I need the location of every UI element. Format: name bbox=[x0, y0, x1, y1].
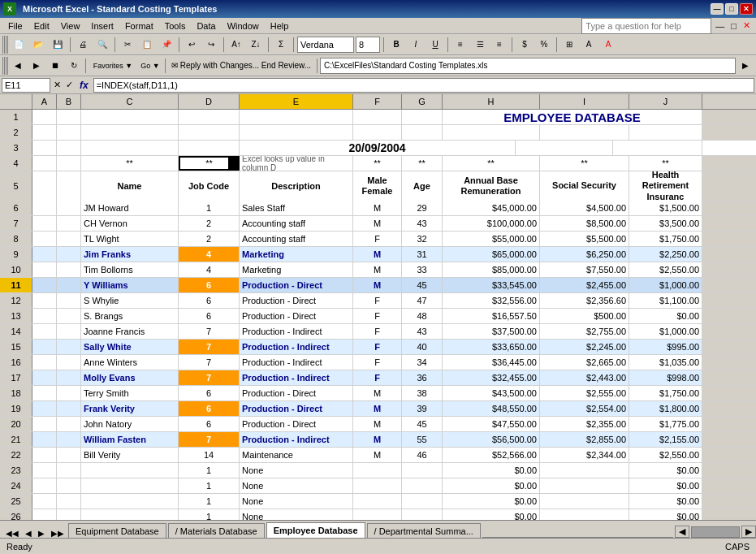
cell-social[interactable] bbox=[540, 463, 629, 478]
cell-b[interactable] bbox=[57, 201, 81, 215]
cell-age[interactable]: 29 bbox=[402, 201, 443, 215]
cell-age[interactable] bbox=[402, 463, 443, 478]
save-button[interactable]: 💾 bbox=[49, 36, 67, 54]
menu-file[interactable]: File bbox=[3, 19, 28, 32]
cell-a[interactable] bbox=[32, 201, 57, 215]
tab-equipment-database[interactable]: Equipment Database bbox=[68, 523, 166, 538]
paste-button[interactable]: 📌 bbox=[158, 36, 175, 54]
col-header-b[interactable]: B bbox=[57, 94, 81, 109]
row-num[interactable]: 6 bbox=[0, 201, 32, 215]
row-num[interactable]: 16 bbox=[0, 355, 32, 370]
col-header-g[interactable]: G bbox=[402, 94, 443, 109]
horizontal-scroll-left[interactable]: ◀ bbox=[675, 526, 689, 538]
cell-health[interactable]: $1,035.00 bbox=[629, 355, 702, 370]
tab-employee-database[interactable]: Employee Database bbox=[266, 522, 365, 538]
cell-gender[interactable]: M bbox=[353, 216, 402, 231]
cell-description[interactable]: Production - Direct bbox=[240, 401, 353, 416]
cell-annual[interactable]: $56,500.00 bbox=[443, 432, 540, 447]
cell-age[interactable]: 32 bbox=[402, 232, 443, 246]
cell-social[interactable]: $2,443.00 bbox=[540, 370, 629, 385]
cell-health[interactable]: $1,000.00 bbox=[629, 324, 702, 339]
cell-health[interactable]: $3,500.00 bbox=[629, 216, 702, 231]
cell-health[interactable]: $0.00 bbox=[629, 509, 702, 520]
menu-data[interactable]: Data bbox=[192, 19, 220, 32]
cell-age[interactable]: 40 bbox=[402, 340, 443, 354]
currency-button[interactable]: $ bbox=[516, 36, 534, 54]
cell-social[interactable] bbox=[540, 494, 629, 509]
cell-a[interactable] bbox=[32, 340, 57, 354]
cell-health[interactable]: $0.00 bbox=[629, 309, 702, 323]
cell-job-code[interactable]: 7 bbox=[179, 324, 240, 339]
cell-social[interactable]: $5,500.00 bbox=[540, 232, 629, 246]
cell-a[interactable] bbox=[32, 494, 57, 509]
cell-annual[interactable]: $0.00 bbox=[443, 494, 540, 509]
cell-name[interactable]: S Whylie bbox=[81, 293, 179, 308]
underline-button[interactable]: U bbox=[426, 36, 444, 54]
cell-description[interactable]: Maintenance bbox=[240, 448, 353, 462]
bold-button[interactable]: B bbox=[387, 36, 405, 54]
cell-job-code[interactable]: 7 bbox=[179, 370, 240, 385]
row-num[interactable]: 20 bbox=[0, 417, 32, 431]
cell-job-code[interactable]: 4 bbox=[179, 262, 240, 277]
cell-job-code[interactable]: 7 bbox=[179, 340, 240, 354]
stop-button[interactable]: ⏹ bbox=[46, 57, 64, 75]
cell-job-code[interactable]: 6 bbox=[179, 293, 240, 308]
cell-health[interactable]: $1,750.00 bbox=[629, 232, 702, 246]
italic-button[interactable]: I bbox=[407, 36, 425, 54]
cell-a[interactable] bbox=[32, 509, 57, 520]
row-num[interactable]: 12 bbox=[0, 293, 32, 308]
row-num[interactable]: 24 bbox=[0, 478, 32, 493]
cell-health[interactable]: $0.00 bbox=[629, 478, 702, 493]
cell-a[interactable] bbox=[32, 432, 57, 447]
cell-c1[interactable] bbox=[81, 110, 179, 124]
cell-name[interactable] bbox=[81, 478, 179, 493]
address-input[interactable] bbox=[320, 58, 736, 74]
cell-annual[interactable]: $32,556.00 bbox=[443, 293, 540, 308]
cell-social[interactable] bbox=[540, 509, 629, 520]
cell-name[interactable]: JM Howard bbox=[81, 201, 179, 215]
toolbar-drag-handle[interactable] bbox=[2, 36, 8, 54]
cell-job-code[interactable]: 14 bbox=[179, 448, 240, 462]
cell-name[interactable] bbox=[81, 463, 179, 478]
col-header-f[interactable]: F bbox=[353, 94, 402, 109]
cell-name[interactable]: CH Vernon bbox=[81, 216, 179, 231]
cell-job-code[interactable]: 2 bbox=[179, 232, 240, 246]
cell-h1[interactable]: EMPLOYEE DATABASE bbox=[443, 110, 702, 124]
cell-health[interactable]: $2,550.00 bbox=[629, 262, 702, 277]
cell-age[interactable]: 46 bbox=[402, 448, 443, 462]
cell-gender[interactable]: M bbox=[353, 278, 402, 292]
cell-a[interactable] bbox=[32, 448, 57, 462]
cell-b[interactable] bbox=[57, 401, 81, 416]
row-num[interactable]: 14 bbox=[0, 324, 32, 339]
cell-gender[interactable]: F bbox=[353, 355, 402, 370]
cell-job-code[interactable]: 6 bbox=[179, 417, 240, 431]
row-num[interactable]: 9 bbox=[0, 247, 32, 262]
cell-name[interactable]: Jim Franks bbox=[81, 247, 179, 262]
cell-gender[interactable]: F bbox=[353, 232, 402, 246]
menu-edit[interactable]: Edit bbox=[29, 19, 54, 32]
menu-tools[interactable]: Tools bbox=[160, 19, 191, 32]
row-num[interactable]: 18 bbox=[0, 386, 32, 400]
row-num[interactable]: 8 bbox=[0, 232, 32, 246]
row-num[interactable]: 26 bbox=[0, 509, 32, 520]
ask-input[interactable] bbox=[581, 18, 711, 34]
cell-description[interactable]: Production - Indirect bbox=[240, 324, 353, 339]
copy-button[interactable]: 📋 bbox=[138, 36, 156, 54]
refresh-button[interactable]: ↻ bbox=[65, 57, 83, 75]
cell-d1[interactable] bbox=[179, 110, 240, 124]
cell-a1[interactable] bbox=[32, 110, 57, 124]
row-num[interactable]: 15 bbox=[0, 340, 32, 354]
scroll-next-button[interactable]: ▶ bbox=[36, 529, 47, 538]
cell-age[interactable]: 34 bbox=[402, 355, 443, 370]
cell-description[interactable]: Production - Indirect bbox=[240, 355, 353, 370]
cell-a[interactable] bbox=[32, 232, 57, 246]
cell-a[interactable] bbox=[32, 417, 57, 431]
cell-social[interactable]: $2,455.00 bbox=[540, 278, 629, 292]
favorites-button[interactable]: Favorites ▼ bbox=[89, 57, 137, 75]
cell-annual[interactable]: $45,000.00 bbox=[443, 201, 540, 215]
align-right-button[interactable]: ≡ bbox=[490, 36, 508, 54]
cell-age[interactable]: 45 bbox=[402, 417, 443, 431]
cell-gender[interactable]: M bbox=[353, 401, 402, 416]
cell-name[interactable]: Anne Winters bbox=[81, 355, 179, 370]
cell-social[interactable]: $7,550.00 bbox=[540, 262, 629, 277]
